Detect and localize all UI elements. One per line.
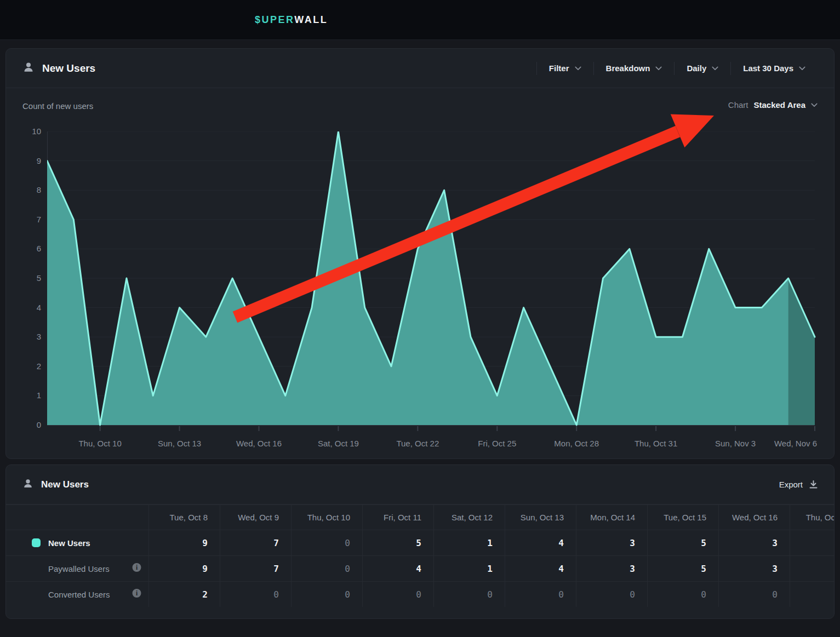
series-color-swatch bbox=[32, 538, 41, 547]
new-users-chart-panel: New Users Filter Breakdown Daily Last 30… bbox=[5, 48, 835, 459]
table-cell: 0 bbox=[576, 582, 647, 607]
table-cell: 4 bbox=[362, 556, 433, 581]
table-cell bbox=[790, 556, 835, 581]
y-axis-tick-label: 5 bbox=[16, 273, 41, 283]
table-cell: 3 bbox=[718, 530, 790, 555]
table-cell: 0 bbox=[291, 530, 362, 555]
table-cell: 5 bbox=[647, 530, 718, 555]
logo-text-white: WALL bbox=[294, 14, 328, 25]
table-row: Converted Usersi200000000 bbox=[6, 581, 835, 607]
x-axis-tick-label: Sun, Oct 13 bbox=[158, 439, 201, 448]
chevron-down-icon bbox=[712, 66, 718, 71]
column-header: Thu, Oct 10 bbox=[291, 505, 362, 530]
y-axis-tick-label: 4 bbox=[16, 303, 41, 312]
x-axis-tick-label: Thu, Oct 31 bbox=[635, 439, 677, 448]
column-header: Tue, Oct 15 bbox=[647, 505, 718, 530]
table-cell: 3 bbox=[576, 530, 647, 555]
y-axis-tick-label: 7 bbox=[16, 215, 41, 224]
chart-type-label: Chart bbox=[728, 100, 748, 110]
chart-type-dropdown[interactable]: Chart Stacked Area bbox=[728, 100, 818, 110]
table-cell: 1 bbox=[433, 556, 505, 581]
column-header: Thu, Oct 17 bbox=[790, 505, 835, 530]
info-icon[interactable]: i bbox=[132, 563, 141, 575]
chevron-down-icon bbox=[799, 66, 805, 71]
y-axis-tick-label: 8 bbox=[16, 185, 41, 194]
y-axis-tick-label: 0 bbox=[16, 420, 41, 429]
table-cell: 9 bbox=[148, 530, 220, 555]
row-label: New Users bbox=[48, 538, 90, 548]
x-axis-tick-label: Tue, Oct 22 bbox=[396, 439, 439, 448]
x-axis-tick-label: Thu, Oct 10 bbox=[78, 439, 121, 448]
download-icon bbox=[809, 480, 818, 489]
row-label: Converted Users bbox=[48, 590, 110, 599]
breakdown-label: Breakdown bbox=[606, 64, 650, 73]
chart-panel-header: New Users Filter Breakdown Daily Last 30… bbox=[6, 49, 834, 88]
x-axis-tick-label: Sat, Oct 19 bbox=[318, 439, 359, 448]
interval-dropdown[interactable]: Daily bbox=[675, 64, 730, 73]
export-label: Export bbox=[779, 480, 803, 489]
export-button[interactable]: Export bbox=[779, 480, 818, 489]
table-cell: 5 bbox=[362, 530, 433, 555]
column-header: Mon, Oct 14 bbox=[576, 505, 647, 530]
y-axis-tick-label: 6 bbox=[16, 244, 41, 253]
table-cell: 5 bbox=[647, 556, 718, 581]
table-row: Paywalled Usersi970414353 bbox=[6, 555, 835, 581]
column-header: Wed, Oct 9 bbox=[220, 505, 291, 530]
table-cell: 0 bbox=[505, 582, 576, 607]
row-label: Paywalled Users bbox=[48, 564, 110, 573]
data-table: Tue, Oct 8Wed, Oct 9Thu, Oct 10Fri, Oct … bbox=[6, 504, 835, 607]
table-cell: 7 bbox=[220, 530, 291, 555]
filter-dropdown[interactable]: Filter bbox=[537, 64, 593, 73]
person-icon bbox=[22, 61, 35, 76]
x-axis-tick-label: Wed, Nov 6 bbox=[774, 439, 817, 448]
area-chart bbox=[47, 131, 816, 432]
column-header: Wed, Oct 16 bbox=[718, 505, 790, 530]
column-header: Sat, Oct 12 bbox=[433, 505, 505, 530]
interval-label: Daily bbox=[687, 64, 706, 73]
filter-label: Filter bbox=[549, 64, 569, 73]
table-row: New Users970514353 bbox=[6, 530, 835, 555]
x-axis-tick-label: Fri, Oct 25 bbox=[478, 439, 516, 448]
table-cell: 0 bbox=[433, 582, 505, 607]
table-cell: 0 bbox=[291, 582, 362, 607]
table-header-row: Tue, Oct 8Wed, Oct 9Thu, Oct 10Fri, Oct … bbox=[6, 504, 835, 530]
info-icon[interactable]: i bbox=[132, 589, 141, 600]
y-axis-tick-label: 10 bbox=[16, 127, 41, 136]
y-axis-tick-label: 1 bbox=[16, 391, 41, 400]
superwall-logo: $UPERWALL bbox=[255, 14, 328, 26]
table-panel-header: New Users Export bbox=[6, 465, 834, 504]
chart-subtitle: Count of new users bbox=[22, 101, 93, 111]
chart-panel-title: New Users bbox=[42, 62, 95, 74]
new-users-table-panel: New Users Export Tue, Oct 8Wed, Oct 9Thu… bbox=[5, 464, 835, 619]
table-cell: 0 bbox=[220, 582, 291, 607]
chevron-down-icon bbox=[575, 66, 581, 71]
column-header: Fri, Oct 11 bbox=[362, 505, 433, 530]
table-cell: 4 bbox=[505, 556, 576, 581]
x-axis-tick-label: Wed, Oct 16 bbox=[236, 439, 282, 448]
table-cell: 0 bbox=[362, 582, 433, 607]
x-axis-tick-label: Mon, Oct 28 bbox=[554, 439, 599, 448]
date-range-dropdown[interactable]: Last 30 Days bbox=[731, 64, 818, 73]
table-cell: 9 bbox=[148, 556, 220, 581]
x-axis-tick-label: Sun, Nov 3 bbox=[715, 439, 756, 448]
column-header: Sun, Oct 13 bbox=[505, 505, 576, 530]
table-cell: 0 bbox=[718, 582, 790, 607]
top-navigation-bar: $UPERWALL bbox=[0, 0, 840, 40]
table-cell bbox=[790, 582, 835, 607]
person-icon bbox=[22, 478, 33, 491]
table-panel-title: New Users bbox=[41, 479, 89, 490]
table-cell: 3 bbox=[576, 556, 647, 581]
table-cell: 7 bbox=[220, 556, 291, 581]
chart-type-value: Stacked Area bbox=[754, 100, 806, 110]
column-header: Tue, Oct 8 bbox=[148, 505, 220, 530]
logo-text-teal: $UPER bbox=[255, 14, 294, 25]
table-cell bbox=[790, 530, 835, 555]
breakdown-dropdown[interactable]: Breakdown bbox=[594, 64, 675, 73]
chevron-down-icon bbox=[811, 103, 818, 107]
y-axis-tick-label: 9 bbox=[16, 156, 41, 165]
table-cell: 2 bbox=[148, 582, 220, 607]
table-cell: 3 bbox=[718, 556, 790, 581]
table-cell: 0 bbox=[291, 556, 362, 581]
y-axis-tick-label: 3 bbox=[16, 332, 41, 341]
table-cell: 1 bbox=[433, 530, 505, 555]
